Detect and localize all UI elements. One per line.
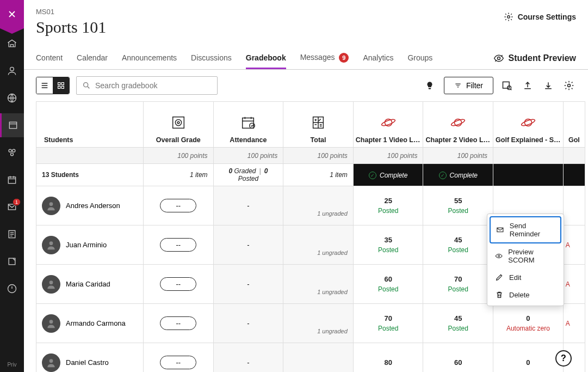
column-overall-grade[interactable]: Overall Grade <box>143 102 213 148</box>
grade-cell-edge[interactable]: A <box>563 265 585 304</box>
svg-point-34 <box>49 241 53 245</box>
student-name-cell[interactable]: Andres Anderson <box>36 186 144 225</box>
help-button[interactable]: ? <box>555 350 572 367</box>
grade-cell[interactable]: 70Posted <box>423 265 493 304</box>
hints-button[interactable] <box>422 78 437 93</box>
tab-announcements[interactable]: Announcements <box>122 48 177 69</box>
close-icon <box>7 9 17 20</box>
tab-groups[interactable]: Groups <box>407 48 432 69</box>
course-settings-button[interactable]: Course Settings <box>504 8 576 22</box>
points-row: 100 points 100 points 100 points 100 poi… <box>36 148 585 164</box>
search-input[interactable] <box>95 81 212 90</box>
student-preview-button[interactable]: Student Preview <box>493 53 576 64</box>
grade-cell[interactable]: 70Posted <box>353 304 423 343</box>
grade-cell[interactable]: 35Posted <box>353 225 423 265</box>
list-view-button[interactable] <box>36 77 53 94</box>
grade-cell[interactable]: 0 <box>493 343 564 373</box>
student-name-cell[interactable]: Daniel Castro <box>36 343 144 373</box>
tab-content[interactable]: Content <box>36 48 63 69</box>
rail-profile[interactable] <box>0 59 24 83</box>
grade-cell-edge[interactable]: A <box>563 304 585 343</box>
search-icon <box>82 81 91 90</box>
search-columns-button[interactable] <box>500 78 514 93</box>
student-name-cell[interactable]: Juan Arminio <box>36 225 144 265</box>
close-panel-button[interactable] <box>0 0 24 28</box>
column-chapter2[interactable]: Chapter 2 Video Le... <box>423 102 493 148</box>
gradebook-grid: Students Overall Grade Attendance Total <box>24 101 588 372</box>
rail-signout[interactable] <box>0 277 24 301</box>
column-attendance[interactable]: Attendance <box>213 102 283 148</box>
rail-organizations[interactable] <box>0 141 24 164</box>
svg-rect-18 <box>503 82 510 88</box>
attendance-cell[interactable]: - <box>213 186 283 225</box>
svg-point-12 <box>497 57 500 60</box>
student-row: Daniel Castro---80600 <box>36 343 585 373</box>
total-cell[interactable] <box>283 343 354 373</box>
rail-messages[interactable]: 1 <box>0 195 24 219</box>
nav-rail: 1 Priv <box>0 0 24 372</box>
svg-point-0 <box>10 67 14 71</box>
total-cell[interactable]: 1 ungraded <box>283 304 354 343</box>
gradebook-toolbar: Filter <box>24 70 588 101</box>
student-name-cell[interactable]: Maria Caridad <box>36 265 144 304</box>
grade-cell[interactable]: 60Posted <box>353 265 423 304</box>
grid-view-button[interactable] <box>53 77 69 94</box>
total-cell[interactable]: 1 ungraded <box>283 186 354 225</box>
tab-analytics[interactable]: Analytics <box>363 48 393 69</box>
tab-messages-label: Messages <box>300 53 335 62</box>
column-golf-next[interactable]: Gol <box>563 102 585 148</box>
menu-preview-scorm[interactable]: Preview SCORM <box>490 243 561 269</box>
overall-cell[interactable]: -- <box>143 304 213 343</box>
gradebook-settings-button[interactable] <box>562 78 576 93</box>
column-chapter1[interactable]: Chapter 1 Video Le... <box>353 102 423 148</box>
tab-gradebook[interactable]: Gradebook <box>246 48 286 69</box>
grade-cell[interactable]: 45Posted <box>423 304 493 343</box>
grade-cell-edge[interactable] <box>563 186 585 225</box>
svg-point-11 <box>507 16 510 19</box>
column-students[interactable]: Students <box>36 102 144 148</box>
tab-messages[interactable]: Messages 9 <box>300 47 349 69</box>
rail-activity[interactable] <box>0 86 24 110</box>
overall-cell[interactable]: -- <box>143 343 213 373</box>
attendance-cell[interactable]: - <box>213 304 283 343</box>
menu-edit[interactable]: Edit <box>490 269 561 286</box>
download-button[interactable] <box>541 78 555 93</box>
rail-tools[interactable] <box>0 249 24 273</box>
grade-icon <box>170 114 187 131</box>
student-name-cell[interactable]: Armando Carmona <box>36 304 144 343</box>
column-total[interactable]: Total <box>283 102 354 148</box>
grade-cell[interactable]: 55Posted <box>423 186 493 225</box>
trash-icon <box>495 290 504 299</box>
grade-cell[interactable]: 25Posted <box>353 186 423 225</box>
rail-courses[interactable] <box>0 113 24 137</box>
svg-rect-2 <box>9 122 16 129</box>
search-box[interactable] <box>76 76 218 95</box>
grade-cell[interactable]: 60 <box>423 343 493 373</box>
overall-cell[interactable]: -- <box>143 225 213 265</box>
grade-cell-edge[interactable]: A <box>563 225 585 265</box>
preview-icon <box>493 53 504 64</box>
upload-button[interactable] <box>521 78 535 93</box>
overall-cell[interactable]: -- <box>143 265 213 304</box>
filter-button[interactable]: Filter <box>444 77 493 94</box>
tab-calendar[interactable]: Calendar <box>77 48 108 69</box>
rail-grades[interactable] <box>0 222 24 246</box>
total-cell[interactable]: 1 ungraded <box>283 225 354 265</box>
menu-send-reminder[interactable]: Send Reminder <box>490 216 561 243</box>
overall-cell[interactable]: -- <box>143 186 213 225</box>
attendance-cell[interactable]: - <box>213 225 283 265</box>
grade-cell[interactable]: 45Posted <box>423 225 493 265</box>
column-golf[interactable]: Golf Explained - Se... <box>493 102 564 148</box>
rail-calendar[interactable] <box>0 168 24 192</box>
svg-point-35 <box>49 280 53 284</box>
attendance-cell[interactable]: - <box>213 265 283 304</box>
tab-messages-badge: 9 <box>339 53 349 63</box>
grade-cell[interactable]: 80 <box>353 343 423 373</box>
grade-cell[interactable]: 0Automatic zero <box>493 304 564 343</box>
tab-discussions[interactable]: Discussions <box>191 48 232 69</box>
attendance-cell[interactable]: - <box>213 343 283 373</box>
rail-institution[interactable] <box>0 32 24 56</box>
menu-delete[interactable]: Delete <box>490 286 561 303</box>
gear-icon <box>564 80 574 91</box>
total-cell[interactable]: 1 ungraded <box>283 265 354 304</box>
